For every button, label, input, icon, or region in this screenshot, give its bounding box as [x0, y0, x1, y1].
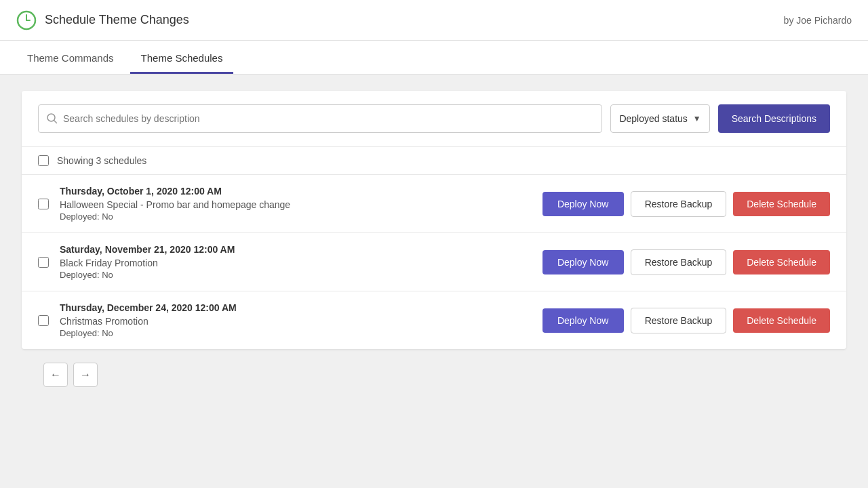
deploy-now-button-1[interactable]: Deploy Now — [542, 192, 624, 216]
select-all-checkbox[interactable] — [38, 155, 49, 166]
search-bar: Deployed status ▼ Search Descriptions — [22, 91, 846, 147]
search-descriptions-button[interactable]: Search Descriptions — [718, 104, 830, 133]
author-label: by Joe Pichardo — [784, 15, 852, 26]
row-actions-2: Deploy Now Restore Backup Delete Schedul… — [542, 249, 830, 275]
table-row: Thursday, October 1, 2020 12:00 AM Hallo… — [22, 175, 846, 233]
svg-line-4 — [54, 121, 57, 123]
pagination: ← → — [22, 349, 846, 401]
showing-row: Showing 3 schedules — [22, 147, 846, 175]
search-input[interactable] — [63, 113, 593, 124]
row-actions-1: Deploy Now Restore Backup Delete Schedul… — [542, 191, 830, 217]
schedules-card: Deployed status ▼ Search Descriptions Sh… — [22, 91, 846, 349]
row-checkbox-3[interactable] — [38, 315, 49, 326]
table-row: Thursday, December 24, 2020 12:00 AM Chr… — [22, 291, 846, 349]
delete-schedule-button-2[interactable]: Delete Schedule — [733, 250, 830, 274]
status-dropdown-label: Deployed status — [619, 113, 687, 124]
tabs-bar: Theme Commands Theme Schedules — [0, 41, 868, 75]
delete-schedule-button-1[interactable]: Delete Schedule — [733, 192, 830, 216]
status-dropdown[interactable]: Deployed status ▼ — [610, 104, 709, 133]
schedule-info-3: Thursday, December 24, 2020 12:00 AM Chr… — [60, 302, 532, 338]
tab-theme-schedules[interactable]: Theme Schedules — [130, 44, 234, 74]
tab-theme-commands[interactable]: Theme Commands — [16, 44, 125, 74]
search-input-wrapper[interactable] — [38, 104, 602, 133]
showing-text: Showing 3 schedules — [57, 155, 146, 166]
schedule-name-2: Black Friday Promotion — [60, 258, 532, 268]
prev-page-button[interactable]: ← — [43, 363, 68, 387]
restore-backup-button-3[interactable]: Restore Backup — [631, 308, 727, 333]
restore-backup-button-2[interactable]: Restore Backup — [631, 249, 727, 275]
schedule-name-3: Christmas Promotion — [60, 316, 532, 327]
app-title: Schedule Theme Changes — [45, 13, 189, 27]
restore-backup-button-1[interactable]: Restore Backup — [631, 191, 727, 217]
header-left: Schedule Theme Changes — [16, 10, 189, 30]
schedule-date-1: Thursday, October 1, 2020 12:00 AM — [60, 186, 532, 197]
row-checkbox-2[interactable] — [38, 257, 49, 268]
chevron-down-icon: ▼ — [693, 114, 701, 123]
delete-schedule-button-3[interactable]: Delete Schedule — [733, 308, 830, 333]
row-checkbox-1[interactable] — [38, 199, 49, 209]
deploy-now-button-3[interactable]: Deploy Now — [542, 308, 624, 333]
schedule-info-1: Thursday, October 1, 2020 12:00 AM Hallo… — [60, 186, 532, 222]
deploy-now-button-2[interactable]: Deploy Now — [542, 250, 624, 274]
schedule-status-3: Deployed: No — [60, 328, 532, 338]
main-content: Deployed status ▼ Search Descriptions Sh… — [0, 75, 868, 417]
schedule-name-1: Halloween Special - Promo bar and homepa… — [60, 199, 532, 210]
schedule-date-2: Saturday, November 21, 2020 12:00 AM — [60, 244, 532, 255]
next-page-button[interactable]: → — [73, 363, 98, 387]
schedule-status-1: Deployed: No — [60, 211, 532, 222]
schedule-date-3: Thursday, December 24, 2020 12:00 AM — [60, 302, 532, 313]
schedule-info-2: Saturday, November 21, 2020 12:00 AM Bla… — [60, 244, 532, 280]
search-icon — [47, 113, 58, 124]
header: Schedule Theme Changes by Joe Pichardo — [0, 0, 868, 41]
schedule-status-2: Deployed: No — [60, 270, 532, 280]
clock-icon — [16, 10, 37, 30]
table-row: Saturday, November 21, 2020 12:00 AM Bla… — [22, 233, 846, 291]
row-actions-3: Deploy Now Restore Backup Delete Schedul… — [542, 308, 830, 333]
